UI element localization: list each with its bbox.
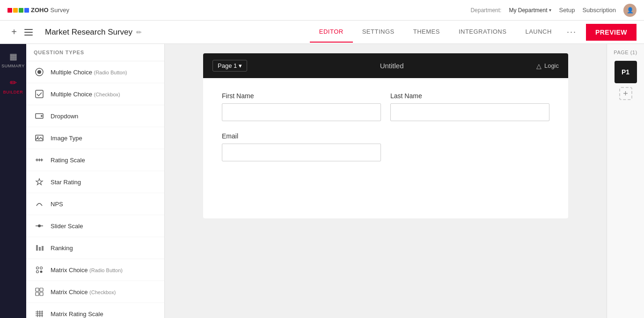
chevron-down-icon: ▾	[549, 7, 551, 13]
last-name-label: Last Name	[390, 92, 549, 100]
qtype-matrix-rating-scale[interactable]: Matrix Rating Scale	[26, 303, 164, 318]
name-form-row: First Name Last Name	[222, 92, 549, 121]
add-button[interactable]: +	[7, 26, 21, 39]
qtype-matrix-choice-radio-label: Matrix Choice	[51, 267, 89, 274]
p1-button[interactable]: P1	[615, 61, 637, 83]
logic-icon: △	[536, 62, 542, 70]
builder-icon: ✏	[10, 78, 17, 88]
nav-tabs: EDITOR SETTINGS THEMES INTEGRATIONS LAUN…	[310, 22, 582, 43]
qtype-multiple-choice-checkbox[interactable]: Multiple Choice (Checkbox)	[26, 83, 164, 105]
qtype-rating-scale-label: Rating Scale	[51, 157, 85, 164]
image-type-icon	[34, 132, 45, 144]
top-nav-left: ZOHO Survey	[7, 7, 69, 14]
slider-scale-icon	[34, 220, 45, 231]
qtype-nps-label: NPS	[51, 201, 63, 208]
hamburger-line	[24, 35, 33, 36]
qtype-slider-scale[interactable]: Slider Scale	[26, 215, 164, 237]
sidebar-item-summary[interactable]: ▦ SUMMARY	[3, 48, 23, 72]
logo-survey: Survey	[51, 7, 69, 14]
qtype-ranking-label: Ranking	[51, 245, 73, 252]
canvas-area: Page 1 ▾ Untitled △ Logic First Name Las…	[165, 44, 607, 318]
zoho-logo: ZOHO Survey	[7, 7, 69, 14]
first-name-input[interactable]	[222, 103, 381, 121]
qtype-multiple-choice-radio[interactable]: Multiple Choice (Radio Button)	[26, 61, 164, 83]
tab-integrations[interactable]: INTEGRATIONS	[449, 22, 516, 43]
qtype-matrix-choice-radio-sub: (Radio Button)	[89, 267, 123, 273]
first-name-label: First Name	[222, 92, 381, 100]
last-name-input[interactable]	[390, 103, 549, 121]
page-title: Untitled	[247, 62, 536, 70]
qtype-matrix-rating-scale-label: Matrix Rating Scale	[51, 311, 103, 318]
qtype-matrix-choice-checkbox[interactable]: Matrix Choice (Checkbox)	[26, 281, 164, 303]
email-group: Email	[222, 132, 549, 161]
page-1-button[interactable]: Page 1 ▾	[212, 60, 247, 72]
hamburger-button[interactable]	[24, 26, 37, 39]
logo-sq-red	[7, 8, 12, 13]
tab-themes[interactable]: THEMES	[404, 22, 449, 43]
edit-icon[interactable]: ✏	[136, 29, 142, 36]
qtype-matrix-choice-checkbox-label: Matrix Choice	[51, 289, 89, 296]
svg-rect-13	[39, 247, 41, 251]
tab-editor[interactable]: EDITOR	[310, 22, 353, 43]
logo-sq-yellow	[13, 8, 18, 13]
qtype-dropdown[interactable]: Dropdown	[26, 105, 164, 127]
svg-rect-4	[36, 135, 43, 141]
qtype-image-type-label: Image Type	[51, 135, 82, 142]
icon-sidebar: ▦ SUMMARY ✏ BUILDER	[0, 44, 26, 318]
top-nav-right: Department: My Department ▾ Setup Subscr…	[470, 4, 637, 17]
tab-settings[interactable]: SETTINGS	[353, 22, 404, 43]
svg-point-16	[40, 267, 43, 269]
qtype-multiple-choice-radio-label: Multiple Choice	[51, 69, 94, 76]
dept-value[interactable]: My Department ▾	[509, 7, 551, 14]
subscription-link[interactable]: Subscription	[582, 7, 616, 14]
dropdown-icon	[34, 110, 45, 122]
checkbox-icon	[34, 88, 45, 100]
email-label: Email	[222, 132, 549, 140]
logic-label: Logic	[544, 62, 559, 69]
logic-button[interactable]: △ Logic	[536, 62, 559, 70]
add-page-button[interactable]: +	[619, 87, 632, 100]
email-input[interactable]	[222, 144, 381, 161]
qtype-star-rating-label: Star Rating	[51, 179, 81, 186]
qtype-rating-scale[interactable]: Rating Scale	[26, 149, 164, 171]
ranking-icon	[34, 242, 45, 253]
survey-title: Market Research Survey	[45, 28, 132, 37]
dept-label: Department:	[470, 7, 501, 14]
qtype-matrix-choice-radio[interactable]: Matrix Choice (Radio Button)	[26, 259, 164, 281]
svg-rect-20	[40, 288, 43, 291]
svg-rect-21	[36, 292, 39, 296]
page-content: First Name Last Name Email	[203, 78, 568, 218]
qtype-ranking[interactable]: Ranking	[26, 237, 164, 259]
svg-point-11	[38, 224, 41, 227]
right-sidebar: PAGE (1) P1 +	[607, 44, 644, 318]
question-panel: QUESTION TYPES Multiple Choice (Radio Bu…	[26, 44, 165, 318]
svg-rect-12	[36, 245, 38, 251]
tab-launch[interactable]: LAUNCH	[516, 22, 561, 43]
logo-sq-blue	[24, 8, 29, 13]
page-container: Page 1 ▾ Untitled △ Logic First Name Las…	[203, 53, 568, 309]
question-panel-header: QUESTION TYPES	[26, 44, 164, 61]
sidebar-builder-label: BUILDER	[3, 90, 23, 94]
page-1-label: Page 1	[218, 62, 237, 69]
qtype-dropdown-label: Dropdown	[51, 113, 78, 120]
sidebar-item-builder[interactable]: ✏ BUILDER	[3, 74, 23, 98]
qtype-multiple-choice-radio-sub: (Radio Button)	[94, 70, 127, 75]
qtype-image-type[interactable]: Image Type	[26, 127, 164, 149]
top-nav: ZOHO Survey Department: My Department ▾ …	[0, 0, 644, 21]
star-rating-icon	[34, 176, 45, 188]
page-header: Page 1 ▾ Untitled △ Logic	[203, 53, 568, 78]
avatar[interactable]: 👤	[623, 4, 637, 17]
radio-icon	[34, 66, 45, 78]
svg-rect-19	[36, 288, 39, 291]
qtype-nps[interactable]: NPS	[26, 193, 164, 215]
last-name-group: Last Name	[390, 92, 549, 121]
qtype-multiple-choice-checkbox-sub: (Checkbox)	[94, 92, 120, 97]
sidebar-summary-label: SUMMARY	[1, 64, 24, 68]
qtype-star-rating[interactable]: Star Rating	[26, 171, 164, 193]
setup-link[interactable]: Setup	[559, 7, 575, 14]
more-button[interactable]: ···	[561, 27, 582, 37]
page-dropdown-icon: ▾	[239, 62, 242, 69]
secondary-nav: + Market Research Survey ✏ EDITOR SETTIN…	[0, 21, 644, 44]
preview-button[interactable]: PREVIEW	[586, 24, 637, 41]
matrix-choice-checkbox-icon	[34, 286, 45, 297]
